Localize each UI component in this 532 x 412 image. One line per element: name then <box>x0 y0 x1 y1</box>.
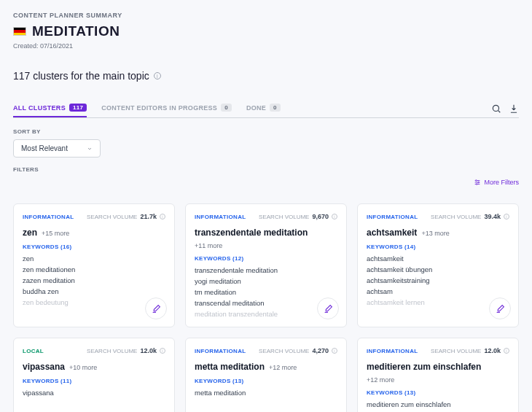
tab-badge: 0 <box>270 104 281 112</box>
volume-value: 9,670 <box>312 213 329 220</box>
keyword-item-faded: achtsamkeit lernen <box>367 298 509 306</box>
volume-wrap: SEARCH VOLUME12.0ki <box>87 347 165 354</box>
cluster-card[interactable]: INFORMATIONALSEARCH VOLUME39.4kiachtsamk… <box>357 203 519 327</box>
info-icon[interactable]: i <box>160 348 165 354</box>
card-title: zen <box>23 228 37 238</box>
keyword-item: zazen meditation <box>23 276 165 284</box>
volume-value: 21.7k <box>140 213 157 220</box>
created-date: Created: 07/16/2021 <box>13 42 519 50</box>
cluster-card[interactable]: INFORMATIONALSEARCH VOLUME9,670itranszen… <box>185 203 347 327</box>
volume-label: SEARCH VOLUME <box>431 348 481 354</box>
more-count: +11 more <box>195 242 222 249</box>
keyword-item: achtsamkeitstraining <box>367 276 509 284</box>
keyword-item-faded: zen bedeutung <box>23 298 165 306</box>
keyword-item: buddha zen <box>23 287 165 295</box>
sort-select[interactable]: Most Relevant <box>13 139 101 158</box>
intent-badge: INFORMATIONAL <box>23 214 74 220</box>
edit-button[interactable] <box>317 298 339 319</box>
tab-label: DONE <box>246 104 266 112</box>
sort-label: SORT BY <box>13 128 519 135</box>
volume-value: 12.0k <box>140 347 157 354</box>
summary-label: CONTENT PLANNER SUMMARY <box>13 12 519 19</box>
cluster-card[interactable]: LOCALSEARCH VOLUME12.0kivipassana+10 mor… <box>13 338 175 412</box>
keyword-item: tm meditation <box>195 288 337 296</box>
volume-label: SEARCH VOLUME <box>87 214 137 220</box>
tab-0[interactable]: ALL CLUSTERS117 <box>13 99 87 117</box>
intent-badge: INFORMATIONAL <box>367 214 418 220</box>
volume-wrap: SEARCH VOLUME39.4ki <box>431 213 509 220</box>
download-icon[interactable] <box>509 104 519 114</box>
keywords-list: meditieren zum einschlafen <box>367 400 509 408</box>
cluster-count: 117 clusters for the main topic i <box>13 70 519 82</box>
svg-point-6 <box>478 182 480 183</box>
more-filters-label: More Filters <box>484 179 519 186</box>
edit-button[interactable] <box>145 298 167 319</box>
edit-button[interactable] <box>489 298 511 319</box>
volume-label: SEARCH VOLUME <box>259 348 309 354</box>
info-icon[interactable]: i <box>332 348 337 354</box>
edit-icon <box>496 304 505 314</box>
filters-label: FILTERS <box>13 166 519 173</box>
more-count: +12 more <box>269 364 297 371</box>
card-title: transzendentale meditation <box>195 228 308 238</box>
sliders-icon <box>474 179 481 186</box>
cluster-count-text: 117 clusters for the main topic <box>13 70 149 82</box>
volume-wrap: SEARCH VOLUME4,270i <box>259 347 337 354</box>
intent-badge: INFORMATIONAL <box>367 348 418 354</box>
page-title: MEDITATION <box>32 23 120 39</box>
card-head: INFORMATIONALSEARCH VOLUME21.7ki <box>23 213 165 220</box>
keywords-label: KEYWORDS (14) <box>367 244 509 250</box>
keyword-item: metta meditation <box>195 389 337 397</box>
card-head: INFORMATIONALSEARCH VOLUME12.0ki <box>367 347 509 354</box>
flag-germany-icon <box>13 27 26 36</box>
keywords-list: transzendentale meditationyogi meditatio… <box>195 266 337 318</box>
more-count: +10 more <box>69 364 97 371</box>
card-head: LOCALSEARCH VOLUME12.0ki <box>23 347 165 354</box>
cluster-card[interactable]: INFORMATIONALSEARCH VOLUME21.7kizen+15 m… <box>13 203 175 327</box>
more-count: +15 more <box>42 230 69 237</box>
cluster-grid: INFORMATIONALSEARCH VOLUME21.7kizen+15 m… <box>13 203 519 412</box>
card-title: achtsamkeit <box>367 228 417 238</box>
edit-icon <box>324 304 333 314</box>
svg-point-7 <box>477 184 478 185</box>
cluster-card[interactable]: INFORMATIONALSEARCH VOLUME12.0kimeditier… <box>357 338 519 412</box>
card-title-row: vipassana+10 more <box>23 362 165 372</box>
intent-badge: LOCAL <box>23 348 44 354</box>
svg-point-5 <box>476 180 477 182</box>
svg-line-1 <box>498 110 501 112</box>
keyword-item: achtsam <box>367 287 509 295</box>
info-icon[interactable]: i <box>154 72 161 79</box>
card-head: INFORMATIONALSEARCH VOLUME9,670i <box>195 213 337 220</box>
keywords-list: achtsamkeitachtsamkeit übungenachtsamkei… <box>367 254 509 306</box>
keyword-item: transzendentale meditation <box>195 266 337 274</box>
card-title-row: meditieren zum einschlafen+12 more <box>367 362 509 384</box>
tab-label: ALL CLUSTERS <box>13 104 66 112</box>
keywords-list: zenzen meditationenzazen meditationbuddh… <box>23 254 165 306</box>
more-filters-button[interactable]: More Filters <box>474 179 519 186</box>
keywords-list: vipassana <box>23 389 165 397</box>
tab-2[interactable]: DONE0 <box>246 99 281 117</box>
search-icon[interactable] <box>491 104 501 114</box>
keywords-list: metta meditation <box>195 389 337 397</box>
tabs: ALL CLUSTERS117CONTENT EDITORS IN PROGRE… <box>13 99 519 118</box>
volume-label: SEARCH VOLUME <box>87 348 137 354</box>
card-title-row: achtsamkeit+13 more <box>367 228 509 238</box>
info-icon[interactable]: i <box>160 214 165 219</box>
keywords-label: KEYWORDS (12) <box>195 255 337 262</box>
keywords-label: KEYWORDS (11) <box>23 378 165 384</box>
sort-value: Most Relevant <box>21 144 68 152</box>
volume-label: SEARCH VOLUME <box>431 214 481 220</box>
volume-wrap: SEARCH VOLUME12.0ki <box>431 347 509 354</box>
volume-label: SEARCH VOLUME <box>259 214 309 220</box>
info-icon[interactable]: i <box>332 214 337 219</box>
cluster-card[interactable]: INFORMATIONALSEARCH VOLUME4,270imetta me… <box>185 338 347 412</box>
info-icon[interactable]: i <box>504 214 509 219</box>
tab-1[interactable]: CONTENT EDITORS IN PROGRESS0 <box>101 99 232 117</box>
info-icon[interactable]: i <box>504 348 509 354</box>
edit-icon <box>152 304 161 314</box>
keyword-item: zen <box>23 254 165 263</box>
card-title-row: metta meditation+12 more <box>195 362 337 372</box>
tab-badge: 0 <box>221 104 232 112</box>
volume-value: 12.0k <box>484 347 501 354</box>
card-title: metta meditation <box>195 362 265 372</box>
